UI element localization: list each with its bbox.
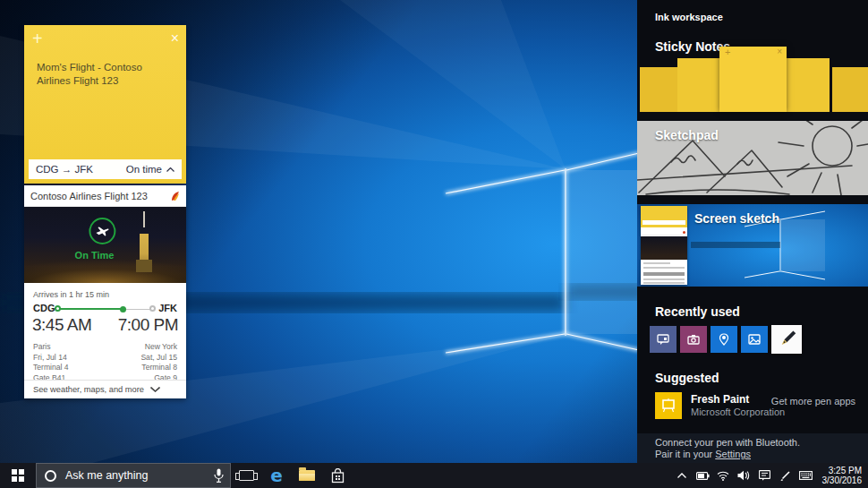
- camera-app-icon: [687, 334, 700, 345]
- action-center-icon[interactable]: [756, 463, 772, 488]
- file-explorer-button[interactable]: [292, 463, 322, 488]
- destination-city: New York: [145, 342, 177, 351]
- settings-link[interactable]: Settings: [715, 449, 751, 459]
- fresh-paint-easel-icon: [660, 398, 677, 414]
- flight-status-bar[interactable]: CDG → JFK On time: [29, 159, 182, 179]
- recently-used-label: Recently used: [655, 304, 740, 319]
- recently-used-tiles: [637, 326, 868, 353]
- arrival-time: 7:00 PM: [118, 315, 178, 335]
- screen-sketch-thumbnail: [641, 206, 687, 285]
- flight-route-text: CDG → JFK: [36, 164, 93, 175]
- get-more-pen-apps-link[interactable]: Get more pen apps: [771, 396, 855, 407]
- sticky-note-thumb[interactable]: [832, 67, 868, 112]
- arrival-countdown: Arrives in 1 hr 15 min: [33, 290, 109, 299]
- sticky-notes-preview[interactable]: + ×: [637, 47, 868, 112]
- clock-time: 3:25 PM: [818, 466, 862, 475]
- origin-terminal: Terminal 4: [33, 363, 69, 372]
- task-view-icon: [239, 470, 254, 481]
- departure-date: Fri, Jul 14: [33, 353, 67, 362]
- flight-times-row: 3:45 AM 7:00 PM: [24, 315, 186, 338]
- touch-keyboard-icon[interactable]: [797, 463, 813, 488]
- sticky-note-toolbar: + ×: [24, 29, 186, 50]
- flight-card[interactable]: Contoso Airlines Flight 123 On Time Arri…: [24, 185, 186, 398]
- thumb-add-icon: +: [725, 47, 730, 57]
- screen-sketch-section[interactable]: Screen sketch: [637, 204, 868, 287]
- recent-app-pen[interactable]: [771, 325, 802, 354]
- photos-app-icon: [748, 334, 761, 345]
- contoso-airlines-logo-icon: [170, 191, 180, 201]
- cortana-icon: [45, 470, 56, 482]
- maps-app-icon: [719, 333, 729, 346]
- store-icon: [331, 468, 345, 484]
- origin-airport-code: CDG: [33, 303, 55, 313]
- pen-pairing-footer: Connect your pen with Bluetooth. Pair it…: [637, 433, 868, 463]
- flight-card-title: Contoso Airlines Flight 123: [30, 191, 148, 201]
- cortana-search-box[interactable]: Ask me anything: [36, 463, 231, 488]
- flight-card-header: Contoso Airlines Flight 123: [24, 185, 186, 207]
- clock[interactable]: 3:25 PM 3/30/2016: [818, 466, 864, 485]
- windows-logo-icon: [12, 469, 24, 482]
- recent-app-maps[interactable]: [711, 326, 737, 353]
- ink-workspace-panel: Ink workspace Sticky Notes + ×: [637, 0, 868, 463]
- departure-time: 3:45 AM: [32, 315, 91, 335]
- sketchpad-section[interactable]: Sketchpad: [637, 121, 868, 195]
- recent-app-camera[interactable]: [680, 326, 707, 353]
- destination-airport-code: JFK: [158, 303, 177, 313]
- taskbar: Ask me anything e: [0, 463, 868, 488]
- origin-city: Paris: [33, 342, 51, 351]
- suggested-label: Suggested: [655, 371, 719, 385]
- chevron-down-icon: [150, 387, 160, 392]
- store-button[interactable]: [322, 463, 353, 488]
- suggested-app-publisher: Microsoft Corporation: [691, 407, 785, 417]
- fresh-paint-tile[interactable]: [655, 392, 682, 419]
- screen-sketch-section-label: Screen sketch: [694, 211, 779, 226]
- wifi-icon[interactable]: [715, 463, 731, 488]
- flight-progress-bar: [60, 308, 150, 311]
- pairing-hint-line1: Connect your pen with Bluetooth.: [655, 437, 850, 449]
- file-explorer-icon: [299, 470, 315, 481]
- clock-date: 3/30/2016: [818, 475, 862, 485]
- flight-photo: On Time: [24, 207, 186, 283]
- volume-icon[interactable]: [736, 463, 752, 488]
- see-more-link[interactable]: See weather, maps, and more: [24, 380, 186, 398]
- pairing-hint-line2: Pair it in your Settings: [655, 449, 850, 460]
- sticky-note-thumb[interactable]: [640, 67, 677, 112]
- thumb-close-icon: ×: [777, 47, 782, 56]
- close-note-button[interactable]: ×: [171, 30, 179, 47]
- microphone-icon[interactable]: [214, 468, 224, 486]
- on-time-badge-icon: [89, 218, 115, 244]
- panel-title: Ink workspace: [655, 12, 723, 22]
- sketchpad-section-label: Sketchpad: [655, 128, 719, 142]
- task-view-button[interactable]: [231, 463, 261, 488]
- fountain-pen-app-icon: [776, 329, 797, 350]
- route-progress-row: CDG JFK: [24, 303, 186, 315]
- sticky-note-thumb[interactable]: [677, 58, 720, 112]
- flight-info-rows: Paris New York Fri, Jul 14 Sat, Jul 15 T…: [24, 342, 186, 383]
- suggested-app-name[interactable]: Fresh Paint: [691, 393, 749, 406]
- sticky-note-text[interactable]: Mom's Flight - Contoso Airlines Flight 1…: [37, 61, 173, 88]
- add-note-button[interactable]: +: [32, 29, 43, 48]
- airplane-icon: [95, 224, 109, 238]
- flight-details: Arrives in 1 hr 15 min CDG JFK 3:45 AM 7…: [24, 283, 186, 398]
- taskbar-apps: e: [231, 463, 353, 488]
- start-button[interactable]: [0, 463, 36, 488]
- sticky-note-thumb-active[interactable]: + ×: [719, 47, 787, 112]
- battery-icon[interactable]: [694, 463, 711, 488]
- destination-terminal: Terminal 8: [141, 363, 177, 372]
- pen-icon[interactable]: [777, 463, 793, 488]
- flight-status-text: On time: [126, 164, 174, 175]
- recent-app-photos[interactable]: [741, 326, 768, 353]
- chevron-up-icon[interactable]: [166, 167, 174, 172]
- edge-button[interactable]: e: [261, 463, 292, 488]
- search-placeholder-text: Ask me anything: [65, 469, 148, 482]
- suggested-app-row: Fresh Paint Microsoft Corporation Get mo…: [655, 392, 855, 421]
- system-tray: 3:25 PM 3/30/2016: [674, 463, 868, 488]
- hidden-icons-chevron[interactable]: [674, 463, 690, 488]
- empire-state-building: [140, 226, 149, 272]
- recent-app-messaging[interactable]: [650, 326, 677, 353]
- arrival-date: Sat, Jul 15: [140, 353, 177, 362]
- sticky-note-thumb[interactable]: [787, 58, 830, 112]
- screen: + × Mom's Flight - Contoso Airlines Flig…: [0, 0, 868, 488]
- photo-status-label: On Time: [24, 250, 165, 261]
- sticky-note[interactable]: + × Mom's Flight - Contoso Airlines Flig…: [24, 25, 186, 184]
